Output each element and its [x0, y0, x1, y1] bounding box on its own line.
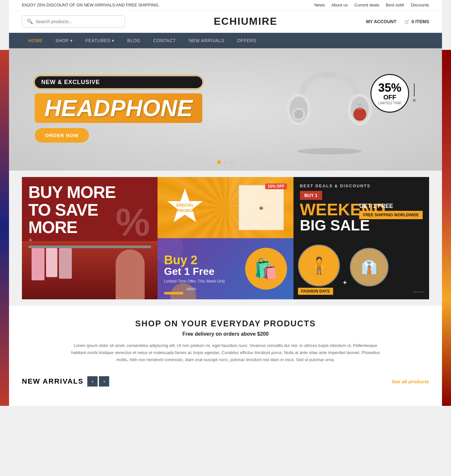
order-now-button[interactable]: ORDER NOW	[35, 128, 89, 143]
weekend-circle-1: 🧍	[298, 245, 340, 286]
badge-percent: 35%	[378, 82, 401, 94]
headphone-svg	[281, 55, 378, 158]
shop-section-body: Lorem ipsum dolor sit amet, consectetur …	[68, 342, 383, 363]
cart-count: 0 ITEMS	[412, 19, 429, 24]
hero-content: NEW & EXCLUSIVE HEADPHONE ORDER NOW	[35, 76, 202, 143]
search-icon: 🔍	[27, 18, 33, 24]
nav-features[interactable]: FEATURES ▾	[79, 33, 121, 48]
cross-symbol: ✕	[412, 98, 416, 103]
hero-banner: NEW & EXCLUSIVE HEADPHONE ORDER NOW	[9, 48, 442, 171]
dot-3[interactable]	[230, 160, 234, 164]
promo-card-buy-more[interactable]: BUY MORETO SAVEMORE % +	[22, 177, 158, 299]
buy2-person-circle: 🛍️	[245, 248, 287, 290]
page-wrapper: ENJOY 25% DISCOUNT OF ON NEW ARRIVALS AN…	[0, 0, 451, 406]
clothing-1	[32, 248, 44, 280]
left-decoration	[0, 50, 9, 406]
site-logo[interactable]: ECHIUMIRE	[214, 15, 277, 27]
deco-pill-1	[164, 292, 183, 294]
hero-title: HEADPHONE	[35, 93, 202, 123]
hero-tag: NEW & EXCLUSIVE	[35, 76, 202, 88]
new-arrivals-left: NEW ARRIVALS ‹ ›	[22, 376, 109, 387]
dot-2[interactable]	[224, 160, 227, 164]
badge-lines: ✕	[412, 84, 416, 103]
new-arrivals-header: NEW ARRIVALS ‹ › See all products	[22, 376, 429, 387]
header-right: MY ACCOUNT 🛒 0 ITEMS	[366, 19, 429, 24]
next-arrow[interactable]: ›	[99, 376, 109, 387]
promo-grid: BUY MORETO SAVEMORE % +	[22, 171, 429, 306]
deco-pill-2	[187, 288, 196, 290]
clothes-icon: 👔	[361, 260, 377, 275]
promo-card-weekend[interactable]: BEST DEALS & DISCOUNTS BUY 1 WEEKEND BIG…	[293, 177, 429, 299]
promo-card-special-promo[interactable]: SPECIAL PROMO 👜 10% OFF	[158, 177, 293, 238]
buy2-subtitle: Get 1 Free	[164, 266, 225, 276]
weekend-top-label: BEST DEALS & DISCOUNTS	[300, 183, 371, 188]
percent-deco: %	[116, 203, 150, 241]
announcement-bar: ENJOY 25% DISCOUNT OF ON NEW ARRIVALS AN…	[9, 0, 442, 10]
search-box[interactable]: 🔍	[22, 15, 125, 27]
badge-limited: LIMITED TIME	[378, 101, 402, 105]
prev-arrow[interactable]: ‹	[87, 376, 98, 387]
promo-discount-badge: 10% OFF	[265, 183, 287, 189]
plus-between: +	[343, 279, 347, 286]
announcement-text: ENJOY 25% DISCOUNT OF ON NEW ARRIVALS AN…	[22, 3, 159, 7]
shop-section-title: SHOP ON YOUR EVERYDAY PRODUCTS	[22, 319, 429, 329]
buy2-detail: Limited-Time Offer, This Week Only	[164, 279, 225, 284]
promo-card-buy2[interactable]: Buy 2 Get 1 Free Limited-Time Offer, Thi…	[158, 238, 293, 299]
buy2-title: Buy 2	[164, 254, 225, 266]
new-arrivals-title: NEW ARRIVALS	[22, 377, 83, 386]
search-input[interactable]	[36, 19, 120, 24]
nav-shop[interactable]: SHOP ▾	[49, 33, 79, 48]
link-deals[interactable]: Current deals	[354, 3, 379, 7]
person-1: 🧍	[309, 256, 329, 275]
svg-rect-10	[323, 72, 336, 78]
starburst-container: SPECIAL PROMO	[164, 187, 206, 229]
clothing-3	[59, 248, 72, 279]
navbar: HOME SHOP ▾ FEATURES ▾ BLOG CONTACT NEW …	[9, 33, 442, 48]
nav-contact[interactable]: CONTACT	[147, 33, 182, 48]
svg-text:SPECIAL: SPECIAL	[176, 203, 194, 208]
deco-circle-2	[170, 283, 196, 299]
buy2-person-emoji: 🛍️	[254, 257, 278, 280]
cart-widget[interactable]: 🛒 0 ITEMS	[404, 19, 429, 24]
svg-point-6	[294, 110, 303, 119]
header: 🔍 ECHIUMIRE MY ACCOUNT 🛒 0 ITEMS	[9, 10, 442, 33]
cart-icon-symbol: 🛒	[404, 19, 410, 24]
dot-navigation	[217, 160, 234, 164]
link-news[interactable]: News	[314, 3, 325, 7]
weekend-circle-2: 👔	[350, 248, 389, 286]
weekend-circles-row: 🧍 + 👔	[298, 245, 425, 286]
buy-badge: BUY 1	[300, 191, 322, 200]
see-all-link[interactable]: See all products	[392, 379, 429, 384]
nav-arrows: ‹ ›	[87, 376, 109, 387]
new-arrivals-section: NEW ARRIVALS ‹ › See all products	[9, 370, 442, 406]
person-silhouette	[116, 249, 145, 299]
nav-offers[interactable]: OFFERS	[231, 33, 263, 48]
shop-section: SHOP ON YOUR EVERYDAY PRODUCTS Free deli…	[9, 306, 442, 370]
hero-badge: 35% OFF LIMITED TIME ✕	[370, 74, 416, 113]
buy-get-row: BUY 1	[300, 191, 325, 200]
buy-more-title: BUY MORETO SAVEMORE	[28, 183, 116, 236]
svg-text:PROMO: PROMO	[177, 208, 193, 213]
nav-blog[interactable]: BLOG	[121, 33, 147, 48]
person-shopping-area	[22, 241, 158, 299]
get-free-label: GET 1 FREE	[359, 203, 423, 210]
nav-home[interactable]: HOME	[22, 33, 49, 48]
free-shipping-badge: FREE SHIPPING WORLDWIDE	[359, 211, 423, 219]
my-account-link[interactable]: MY ACCOUNT	[366, 19, 396, 24]
clothes-rack	[28, 246, 151, 248]
hero-product-image	[281, 55, 378, 159]
weekend-subtitle: BIG SALE	[300, 218, 370, 233]
link-discounts[interactable]: Discounts	[411, 3, 429, 7]
fashion-days-badge: FASHION DAYS	[298, 288, 333, 295]
promo-col-middle: SPECIAL PROMO 👜 10% OFF	[158, 177, 293, 299]
svg-point-5	[353, 108, 366, 121]
shop-section-subtitle: Free delivery on orders above $200	[22, 331, 429, 337]
dot-1[interactable]	[217, 160, 221, 164]
vertical-line	[414, 84, 415, 97]
product-image-placeholder: 👜	[239, 185, 284, 230]
link-about[interactable]: About us	[331, 3, 348, 7]
svg-point-11	[297, 148, 361, 154]
link-best[interactable]: Best sold!	[386, 3, 404, 7]
announcement-links: News About us Current deals Best sold! D…	[314, 3, 429, 7]
nav-new-arrivals[interactable]: NEW ARRIVALS	[182, 33, 231, 48]
